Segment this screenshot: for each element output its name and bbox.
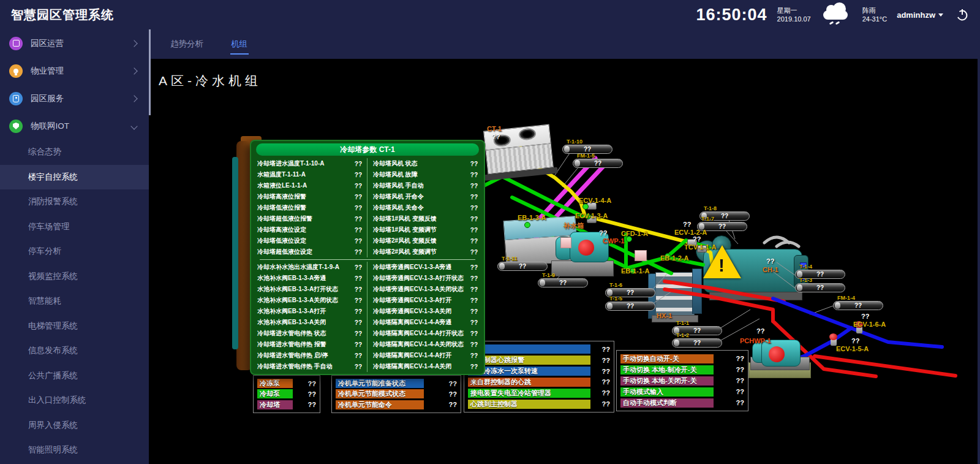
tab-趋势分析[interactable]: 趋势分析 (170, 29, 203, 59)
equipment-label: ECV-1-5-A (836, 345, 869, 352)
cooling-tower-param-panel: 冷却塔参数 CT-1 冷却塔进水温度T-1-10-A??水箱温度T-1-11-A… (250, 140, 485, 375)
sidebar-subitem[interactable]: 信息发布系统 (0, 338, 149, 363)
power-button[interactable] (956, 8, 969, 21)
sidebar-subitem[interactable]: 停车场管理 (0, 215, 149, 240)
sensor-label: T-1-6 (609, 282, 622, 288)
param-label: 冷却塔旁通阀ECV-1-3-A关闭 (373, 307, 451, 316)
weekday: 星期一 (777, 6, 811, 15)
param-value: ?? (470, 286, 478, 293)
param-value: ?? (355, 352, 362, 359)
indicator-chip: 冷机单元节能模式状态 (336, 389, 424, 398)
indicator-value: ?? (736, 355, 744, 362)
param-label: 冷却塔旁通阀ECV-1-3-A打开状态 (373, 274, 464, 283)
indicator-chip: 复位 (468, 344, 590, 354)
param-value: ?? (470, 183, 478, 189)
param-row: 冷却塔隔离阀ECV-1-4-A关闭?? (373, 361, 478, 372)
indicator-row[interactable]: 手动切换自动开-关?? (620, 354, 744, 363)
sidebar-item-property-management[interactable]: 物业管理 (0, 57, 149, 85)
scrollbar[interactable] (149, 29, 151, 115)
param-row: 冷却塔旁通阀ECV-1-3-A打开状态?? (373, 273, 478, 284)
param-label: 冷却塔2#风机 变频反馈 (373, 237, 437, 245)
param-value: ?? (355, 308, 362, 315)
sidebar-subitem[interactable]: 智慧能耗 (0, 289, 149, 314)
sidebar-subitem[interactable]: 消防报警系统 (0, 189, 149, 215)
param-value: ?? (355, 319, 362, 326)
param-value: ?? (470, 216, 478, 222)
param-value: ?? (355, 249, 362, 256)
param-row: 冷却塔低液位设定?? (257, 235, 362, 246)
indicator-chip[interactable]: 手动切换 本地-关闭开-关 (620, 376, 714, 386)
indicator-row: 冷机单元节能命令?? (336, 400, 457, 409)
param-value: ?? (355, 363, 362, 370)
param-value: ?? (355, 297, 362, 304)
controller-status-panel: 复位??主控制器心跳报警??群控冷冻水一次泵转速??来自群控制器的心跳??接电装… (464, 341, 614, 413)
param-label: 冷却塔低液位报警 (257, 203, 306, 212)
param-label: 冷却塔进水管电伴热 启/停 (257, 351, 328, 360)
param-value: ?? (470, 341, 478, 348)
param-label: 冷却塔风机 状态 (373, 159, 418, 168)
indicator-value: ?? (602, 378, 610, 386)
indicator-chip: 冷机单元节能命令 (336, 400, 424, 409)
param-value: ?? (355, 216, 362, 222)
param-value: ?? (470, 297, 478, 304)
indicator-row[interactable]: 手动模式输入?? (620, 387, 744, 397)
sidebar-subitem[interactable]: 楼宇自控系统 (0, 165, 149, 190)
scada-content: A区-冷水机组 (149, 59, 978, 464)
indicator-value: ?? (602, 346, 610, 353)
weather-desc: 阵雨 (862, 6, 887, 15)
sidebar-item-iot-shield[interactable]: 物联网IOT (0, 112, 149, 140)
sensor-gauge-T-1-5: T-1-5?? (605, 302, 655, 311)
sidebar-subitem[interactable]: 停车分析 (0, 239, 149, 264)
username: adminhzw (897, 10, 935, 20)
param-row: 冷却水补水池出水温度T-1-9-A?? (257, 262, 362, 273)
indicator-chip[interactable]: 手动模式输入 (620, 387, 714, 397)
sidebar-subitem[interactable]: 综合态势 (0, 140, 149, 165)
param-value: ?? (355, 183, 362, 189)
sensor-gauge-T-1-2: T-1-2?? (672, 338, 722, 348)
sidebar-item-park-operation[interactable]: 园区运营 (0, 29, 149, 57)
equipment-label: EB-1-3-A (518, 214, 546, 221)
chevron-down-icon (938, 13, 943, 17)
tab-机组[interactable]: 机组 (231, 29, 247, 59)
param-row: 冷却塔1#风机 变频调节?? (373, 224, 478, 235)
param-value: ?? (470, 308, 478, 315)
stacked-panel-edge[interactable] (232, 157, 238, 349)
sidebar-subitem[interactable]: 电梯管理系统 (0, 314, 149, 339)
sidebar-item-label: 园区运营 (31, 38, 64, 49)
user-menu[interactable]: adminhzw (897, 10, 943, 20)
sidebar-subitem[interactable]: 视频监控系统 (0, 264, 149, 289)
date: 2019.10.07 (777, 15, 811, 23)
equipment-value: ?? (861, 313, 869, 320)
sidebar-subitem[interactable]: 智能照明系统 (0, 438, 149, 463)
sensor-label: T-1-4 (799, 264, 812, 270)
equipment-label: EB-1-1-A (621, 267, 649, 275)
sidebar-subitem[interactable]: 出入口控制系统 (0, 388, 149, 413)
indicator-row[interactable]: 自动手动模式判断?? (620, 398, 744, 408)
energy-status-panel: 冷机单元节能准备状态??冷机单元节能模式状态??冷机单元节能命令?? (331, 375, 461, 413)
indicator-chip: 冷机单元节能准备状态 (336, 379, 424, 388)
param-value: ?? (355, 205, 362, 211)
sidebar-subitem[interactable]: 公共广播系统 (0, 363, 149, 389)
indicator-row[interactable]: 手动切换 本地-制冷开-关?? (620, 365, 744, 375)
indicator-chip[interactable]: 手动切换 本地-制冷开-关 (620, 365, 714, 375)
param-column: 冷却塔旁通阀ECV-1-3-A旁通??冷却塔旁通阀ECV-1-3-A打开状态??… (367, 262, 478, 372)
sidebar-item-park-service[interactable]: 园区服务 (0, 85, 149, 112)
sensor-label: T-1-11 (502, 256, 518, 262)
indicator-row[interactable]: 手动切换 本地-关闭开-关?? (620, 376, 744, 386)
param-section: 冷却水补水池出水温度T-1-9-A??水池补水阀EB-1-3-A旁通??水池补水… (251, 261, 484, 372)
clock: 16:50:04 (696, 6, 767, 25)
param-row: 水箱液位LE-1-1-A?? (257, 180, 362, 191)
param-label: 水池补水阀EB-1-3-A关闭 (257, 318, 326, 327)
sidebar-subitem[interactable]: 周界入侵系统 (0, 413, 149, 438)
app-header: 智慧园区管理系统 16:50:04 星期一 2019.10.07 阵雨 24-3… (0, 0, 980, 29)
param-row: 冷却塔风机 手自动?? (373, 180, 478, 191)
indicator-chip: 接电装置失电至冷站管理器 (468, 389, 590, 398)
cwp-pump-base (551, 261, 614, 276)
param-value: ?? (355, 194, 362, 200)
param-label: 冷却塔超低液位报警 (257, 215, 312, 223)
param-label: 冷却塔风机 故障 (373, 170, 418, 179)
pchwp-pump-knob (769, 346, 785, 362)
indicator-chip[interactable]: 手动切换自动开-关 (620, 354, 714, 363)
indicator-chip[interactable]: 自动手动模式判断 (620, 398, 714, 408)
param-value: ?? (470, 363, 478, 370)
